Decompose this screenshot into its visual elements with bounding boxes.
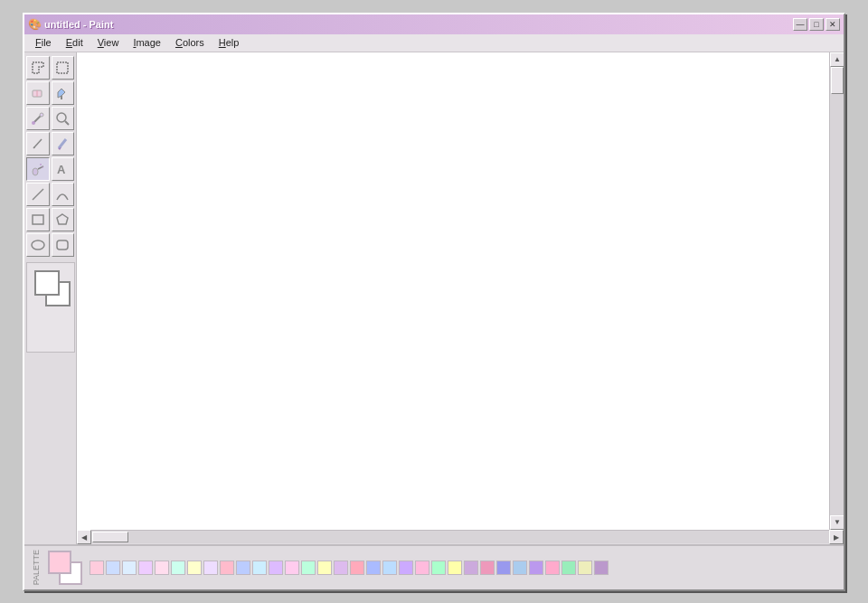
svg-rect-20	[33, 215, 43, 224]
tool-row-6	[26, 183, 74, 206]
swatch-10[interactable]	[252, 561, 267, 575]
canvas-scroll-area: ▲ ▼	[77, 52, 844, 530]
swatch-30[interactable]	[578, 561, 592, 575]
title-bar-left: 🎨 untitled - Paint	[28, 18, 113, 31]
swatch-4[interactable]	[155, 561, 169, 575]
toolbar-fg-color[interactable]	[34, 270, 60, 296]
tool-select-rect[interactable]	[52, 56, 75, 80]
tool-brush[interactable]	[52, 132, 75, 155]
swatch-16[interactable]	[350, 561, 364, 575]
swatch-23[interactable]	[464, 561, 478, 575]
tool-eraser[interactable]	[26, 81, 50, 105]
menu-bar: File Edit View Image Colors Help	[24, 34, 844, 52]
svg-point-6	[32, 121, 35, 125]
scroll-v-thumb[interactable]	[831, 67, 844, 94]
swatch-1[interactable]	[106, 561, 120, 575]
svg-point-17	[42, 166, 43, 168]
swatch-13[interactable]	[301, 561, 316, 575]
swatch-6[interactable]	[187, 561, 202, 575]
svg-rect-1	[57, 62, 68, 73]
svg-rect-23	[57, 240, 68, 250]
svg-point-14	[33, 168, 38, 175]
maximize-button[interactable]: □	[809, 18, 824, 31]
svg-line-10	[33, 139, 42, 148]
tool-airbrush[interactable]	[26, 157, 50, 181]
tool-line[interactable]	[26, 183, 50, 206]
swatch-5[interactable]	[171, 561, 185, 575]
current-color-indicator	[48, 551, 82, 585]
menu-help[interactable]: Help	[212, 35, 247, 50]
swatch-0[interactable]	[90, 561, 104, 575]
scrollbar-vertical: ▲ ▼	[829, 52, 844, 530]
swatch-21[interactable]	[431, 561, 446, 575]
swatch-2[interactable]	[122, 561, 137, 575]
tool-ellipse[interactable]	[26, 233, 50, 257]
scroll-left-button[interactable]: ◀	[77, 530, 91, 544]
swatch-31[interactable]	[594, 561, 609, 575]
swatch-18[interactable]	[382, 561, 397, 575]
svg-line-19	[33, 189, 43, 200]
scroll-up-button[interactable]: ▲	[830, 52, 844, 67]
close-button[interactable]: ✕	[826, 18, 840, 31]
swatch-8[interactable]	[220, 561, 234, 575]
swatch-25[interactable]	[496, 561, 511, 575]
minimize-button[interactable]: —	[793, 18, 807, 31]
palette-label: PALETTE	[32, 550, 41, 585]
color-swatches	[90, 561, 609, 575]
swatch-7[interactable]	[203, 561, 218, 575]
canvas-surface[interactable]	[77, 52, 829, 530]
swatch-12[interactable]	[285, 561, 299, 575]
tool-eyedropper[interactable]	[26, 107, 50, 130]
svg-line-9	[65, 121, 69, 125]
swatch-3[interactable]	[138, 561, 153, 575]
tool-row-5: A	[26, 157, 74, 181]
tool-fill[interactable]	[52, 81, 75, 105]
menu-view[interactable]: View	[90, 35, 127, 50]
main-window: 🎨 untitled - Paint — □ ✕ File Edit View …	[23, 13, 845, 591]
swatch-15[interactable]	[334, 561, 348, 575]
tool-select-free[interactable]	[26, 56, 50, 80]
scroll-right-button[interactable]: ▶	[829, 530, 844, 544]
swatch-19[interactable]	[399, 561, 413, 575]
swatch-29[interactable]	[561, 561, 576, 575]
tool-zoom[interactable]	[52, 107, 75, 130]
swatch-28[interactable]	[545, 561, 560, 575]
tool-pencil[interactable]	[26, 132, 50, 155]
title-buttons: — □ ✕	[793, 18, 840, 31]
swatch-20[interactable]	[415, 561, 429, 575]
palette-bar: PALETTE	[24, 544, 844, 589]
swatch-9[interactable]	[236, 561, 250, 575]
toolbar: A	[24, 52, 77, 544]
tool-rect[interactable]	[26, 208, 50, 231]
swatch-27[interactable]	[529, 561, 543, 575]
scroll-down-button[interactable]: ▼	[830, 515, 844, 530]
tool-poly[interactable]	[52, 208, 75, 231]
menu-colors[interactable]: Colors	[168, 35, 212, 50]
title-bar: 🎨 untitled - Paint — □ ✕	[24, 14, 844, 34]
tool-rounded-rect[interactable]	[52, 233, 75, 257]
tool-row-8	[26, 233, 74, 257]
menu-file[interactable]: File	[28, 35, 59, 50]
tool-curve[interactable]	[52, 183, 75, 206]
scroll-h-thumb[interactable]	[92, 532, 128, 542]
scroll-v-track[interactable]	[830, 67, 844, 515]
swatch-26[interactable]	[513, 561, 527, 575]
tool-text[interactable]: A	[52, 157, 75, 181]
current-fg-color[interactable]	[48, 551, 71, 574]
tool-row-2	[26, 81, 74, 105]
swatch-22[interactable]	[448, 561, 462, 575]
canvas-wrapper: ▲ ▼ ◀ ▶	[77, 52, 844, 544]
svg-line-12	[59, 139, 66, 148]
scroll-h-track[interactable]	[91, 531, 829, 543]
swatch-17[interactable]	[366, 561, 381, 575]
swatch-14[interactable]	[317, 561, 332, 575]
menu-edit[interactable]: Edit	[59, 35, 90, 50]
svg-point-8	[57, 113, 66, 122]
swatch-24[interactable]	[480, 561, 495, 575]
window-title: untitled - Paint	[44, 19, 113, 30]
svg-point-22	[32, 240, 44, 250]
swatch-11[interactable]	[269, 561, 283, 575]
menu-image[interactable]: Image	[126, 35, 168, 50]
svg-marker-21	[57, 214, 68, 224]
svg-text:A: A	[57, 163, 66, 176]
